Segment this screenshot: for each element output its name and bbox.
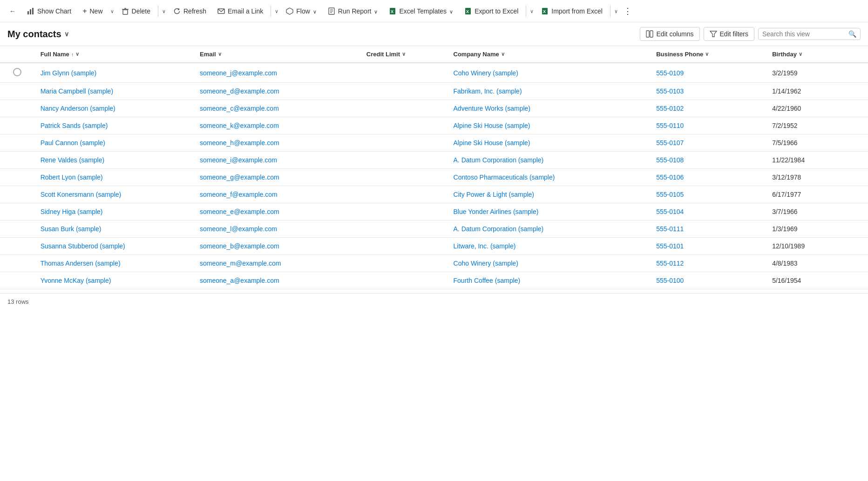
export-excel-button[interactable]: X Export to Excel <box>459 5 524 18</box>
cell-company[interactable]: Coho Winery (sample) <box>448 63 651 83</box>
cell-email[interactable]: someone_k@example.com <box>194 117 361 134</box>
cell-company[interactable]: Fourth Coffee (sample) <box>448 272 651 289</box>
cell-company[interactable]: Adventure Works (sample) <box>448 100 651 117</box>
cell-phone[interactable]: 555-0107 <box>651 134 766 152</box>
show-chart-button[interactable]: Show Chart <box>21 5 77 18</box>
cell-credit <box>361 186 448 203</box>
cell-name[interactable]: Susan Burk (sample) <box>35 220 194 238</box>
back-icon <box>9 7 16 15</box>
cell-company[interactable]: Alpine Ski House (sample) <box>448 117 651 134</box>
cell-phone[interactable]: 555-0112 <box>651 255 766 272</box>
contacts-table: Full Name ↑ ∨ Email ∨ Credit Limit ∨ <box>0 46 868 289</box>
row-checkbox[interactable] <box>13 68 21 76</box>
col-header-phone[interactable]: Business Phone ∨ <box>651 46 766 63</box>
excel-templates-button[interactable]: X Excel Templates <box>383 5 459 18</box>
cell-name[interactable]: Robert Lyon (sample) <box>35 169 194 186</box>
view-title[interactable]: My contacts ∨ <box>7 29 69 40</box>
col-email-label: Email <box>200 51 216 58</box>
cell-email[interactable]: someone_f@example.com <box>194 186 361 203</box>
delete-button[interactable]: Delete <box>116 5 156 18</box>
cell-phone[interactable]: 555-0110 <box>651 117 766 134</box>
cell-email[interactable]: someone_j@example.com <box>194 63 361 83</box>
credit-filter-icon: ∨ <box>402 51 406 57</box>
delete-more-button[interactable] <box>160 5 168 17</box>
col-header-email[interactable]: Email ∨ <box>194 46 361 63</box>
cell-credit <box>361 255 448 272</box>
cell-credit <box>361 134 448 152</box>
col-header-credit[interactable]: Credit Limit ∨ <box>361 46 448 63</box>
new-button[interactable]: + New <box>77 4 108 18</box>
email-more-button[interactable] <box>273 5 280 17</box>
cell-email[interactable]: someone_c@example.com <box>194 100 361 117</box>
toolbar: Show Chart + New Delete Refresh Email a … <box>0 0 868 22</box>
cell-company[interactable]: Alpine Ski House (sample) <box>448 134 651 152</box>
export-chevron-icon <box>530 7 534 14</box>
back-button[interactable] <box>4 5 21 18</box>
cell-name[interactable]: Patrick Sands (sample) <box>35 117 194 134</box>
cell-phone[interactable]: 555-0102 <box>651 100 766 117</box>
flow-button[interactable]: Flow <box>280 5 322 18</box>
cell-credit <box>361 272 448 289</box>
cell-name[interactable]: Jim Glynn (sample) <box>35 63 194 83</box>
table-row: Maria Campbell (sample)someone_d@example… <box>0 83 868 100</box>
cell-email[interactable]: someone_a@example.com <box>194 272 361 289</box>
cell-phone[interactable]: 555-0109 <box>651 63 766 83</box>
cell-company[interactable]: Coho Winery (sample) <box>448 255 651 272</box>
run-report-button[interactable]: Run Report <box>322 5 384 18</box>
cell-company[interactable]: A. Datum Corporation (sample) <box>448 152 651 169</box>
cell-email[interactable]: someone_l@example.com <box>194 220 361 238</box>
cell-phone[interactable]: 555-0111 <box>651 220 766 238</box>
cell-company[interactable]: Contoso Pharmaceuticals (sample) <box>448 169 651 186</box>
divider-4 <box>610 6 610 17</box>
cell-phone[interactable]: 555-0103 <box>651 83 766 100</box>
cell-name[interactable]: Scott Konersmann (sample) <box>35 186 194 203</box>
new-dropdown-button[interactable] <box>108 5 116 17</box>
cell-name[interactable]: Susanna Stubberod (sample) <box>35 238 194 255</box>
cell-email[interactable]: someone_h@example.com <box>194 134 361 152</box>
more-options-button[interactable] <box>620 3 636 19</box>
cell-email[interactable]: someone_m@example.com <box>194 255 361 272</box>
cell-phone[interactable]: 555-0105 <box>651 186 766 203</box>
export-excel-icon: X <box>464 7 472 15</box>
svg-rect-0 <box>27 11 29 14</box>
cell-name[interactable]: Rene Valdes (sample) <box>35 152 194 169</box>
cell-phone[interactable]: 555-0100 <box>651 272 766 289</box>
cell-email[interactable]: someone_i@example.com <box>194 152 361 169</box>
edit-columns-button[interactable]: Edit columns <box>640 27 699 41</box>
cell-email[interactable]: someone_e@example.com <box>194 203 361 220</box>
refresh-button[interactable]: Refresh <box>168 5 212 18</box>
cell-company[interactable]: A. Datum Corporation (sample) <box>448 220 651 238</box>
cell-name[interactable]: Yvonne McKay (sample) <box>35 272 194 289</box>
import-more-button[interactable] <box>612 5 620 17</box>
col-header-company[interactable]: Company Name ∨ <box>448 46 651 63</box>
cell-email[interactable]: someone_d@example.com <box>194 83 361 100</box>
export-more-button[interactable] <box>528 5 536 17</box>
cell-company[interactable]: Fabrikam, Inc. (sample) <box>448 83 651 100</box>
cell-phone[interactable]: 555-0108 <box>651 152 766 169</box>
cell-name[interactable]: Maria Campbell (sample) <box>35 83 194 100</box>
cell-birthday: 4/22/1960 <box>766 100 868 117</box>
new-label: New <box>90 7 103 15</box>
col-header-name[interactable]: Full Name ↑ ∨ <box>35 46 194 63</box>
cell-phone[interactable]: 555-0101 <box>651 238 766 255</box>
col-header-checkbox <box>0 46 35 63</box>
cell-email[interactable]: someone_g@example.com <box>194 169 361 186</box>
cell-company[interactable]: Litware, Inc. (sample) <box>448 238 651 255</box>
cell-name[interactable]: Sidney Higa (sample) <box>35 203 194 220</box>
cell-name[interactable]: Paul Cannon (sample) <box>35 134 194 152</box>
col-header-birthday[interactable]: Birthday ∨ <box>766 46 868 63</box>
cell-company[interactable]: Blue Yonder Airlines (sample) <box>448 203 651 220</box>
email-link-button[interactable]: Email a Link <box>212 5 269 18</box>
cell-phone[interactable]: 555-0104 <box>651 203 766 220</box>
search-box: 🔍 <box>758 28 861 40</box>
cell-birthday: 6/17/1977 <box>766 186 868 203</box>
cell-company[interactable]: City Power & Light (sample) <box>448 186 651 203</box>
cell-phone[interactable]: 555-0106 <box>651 169 766 186</box>
edit-filters-button[interactable]: Edit filters <box>704 27 754 41</box>
edit-columns-icon <box>646 30 653 38</box>
search-input[interactable] <box>762 30 846 38</box>
cell-email[interactable]: someone_b@example.com <box>194 238 361 255</box>
import-excel-button[interactable]: X Import from Excel <box>536 5 608 18</box>
cell-name[interactable]: Nancy Anderson (sample) <box>35 100 194 117</box>
cell-name[interactable]: Thomas Andersen (sample) <box>35 255 194 272</box>
